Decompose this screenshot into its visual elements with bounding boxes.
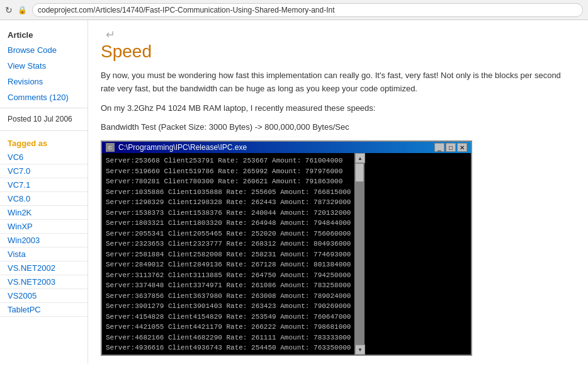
sidebar-tag-vsnet2003[interactable]: VS.NET2003 <box>0 275 88 289</box>
terminal-line: Server:780281 Client780300 Rate: 260621 … <box>106 176 351 187</box>
main-content: ↵ Speed By now, you must be wondering ho… <box>88 20 588 363</box>
lock-icon: 🔒 <box>18 6 27 14</box>
terminal-window: C C:\Programming\IPC\Release\IPC.exe _ □… <box>101 140 472 356</box>
terminal-maximize-button[interactable]: □ <box>446 143 456 152</box>
terminal-line: Server:3901279 Client3901403 Rate: 26342… <box>106 301 351 312</box>
terminal-line: Server:2849012 Client2849136 Rate: 26712… <box>106 260 351 270</box>
scrollbar-thumb[interactable] <box>355 163 364 182</box>
sidebar-link-revisions[interactable]: Revisions <box>0 74 88 89</box>
content-para1: By now, you must be wondering how fast t… <box>101 69 575 96</box>
content-para2: On my 3.2Ghz P4 1024 MB RAM laptop, I re… <box>101 102 575 115</box>
sidebar-tag-vs2005[interactable]: VS2005 <box>0 289 88 303</box>
sidebar-article-title: Article <box>0 25 88 42</box>
sidebar-tag-vsnet2002[interactable]: VS.NET2002 <box>0 261 88 275</box>
sidebar-link-view-stats[interactable]: View Stats <box>0 58 88 74</box>
sidebar-tag-vc70[interactable]: VC7.0 <box>0 164 88 178</box>
terminal-line: Server:1538373 Client1538376 Rate: 24004… <box>106 208 351 219</box>
terminal-line: Server:2581884 Client2582008 Rate: 25823… <box>106 249 351 260</box>
address-bar[interactable] <box>32 3 583 17</box>
terminal-line: Server:2323653 Client2323777 Rate: 26831… <box>106 239 351 249</box>
sidebar-tag-tabletpc[interactable]: TabletPC <box>0 303 88 317</box>
terminal-body: Server:253668 Client253791 Rate: 253667 … <box>102 153 354 355</box>
terminal-icon: C <box>106 143 115 152</box>
sidebar-tag-win2k[interactable]: Win2K <box>0 206 88 220</box>
sidebar-tag-winxp[interactable]: WinXP <box>0 220 88 234</box>
sidebar-tag-vista[interactable]: Vista <box>0 248 88 261</box>
terminal-scrollbar[interactable]: ▲ ▼ <box>354 153 365 355</box>
page-heading: Speed <box>101 42 575 62</box>
scrollbar-up-button[interactable]: ▲ <box>355 153 365 163</box>
terminal-line: Server:519660 Client519786 Rate: 265992 … <box>106 166 351 177</box>
terminal-line: Server:4682166 Client4682290 Rate: 26111… <box>106 333 351 343</box>
terminal-line: Server:3374848 Client3374971 Rate: 26108… <box>106 280 351 291</box>
terminal-line: Server:1035886 Client1035888 Rate: 25560… <box>106 187 351 198</box>
terminal-line: Server:5203668 Client5203791 Rate: 26705… <box>106 353 351 355</box>
sidebar-tag-vc71[interactable]: VC7.1 <box>0 178 88 192</box>
sidebar-link-browse-code[interactable]: Browse Code <box>0 42 88 58</box>
terminal-line: Server:1298329 Client1298328 Rate: 26244… <box>106 197 351 208</box>
scrollbar-down-button[interactable]: ▼ <box>355 345 365 355</box>
sidebar-tag-vc6[interactable]: VC6 <box>0 151 88 164</box>
terminal-line: Server:2055341 Client2055465 Rate: 25202… <box>106 229 351 239</box>
terminal-line: Server:4936616 Client4936743 Rate: 25445… <box>106 343 351 353</box>
sidebar-tag-vc80[interactable]: VC8.0 <box>0 192 88 206</box>
scrollbar-track[interactable] <box>355 163 365 345</box>
terminal-line: Server:4421055 Client4421179 Rate: 26622… <box>106 322 351 333</box>
browser-bar: ↻ 🔒 <box>0 0 588 20</box>
terminal-line: Server:253668 Client253791 Rate: 253667 … <box>106 156 351 166</box>
sidebar-tag-win2003[interactable]: Win2003 <box>0 234 88 248</box>
terminal-controls[interactable]: _ □ ✕ <box>434 143 467 152</box>
sidebar-link-comments[interactable]: Comments (120) <box>0 89 88 105</box>
terminal-titlebar: C C:\Programming\IPC\Release\IPC.exe _ □… <box>102 142 471 153</box>
back-arrow-icon: ↵ <box>106 28 115 42</box>
terminal-line: Server:4154828 Client4154829 Rate: 25354… <box>106 312 351 322</box>
terminal-line: Server:1803321 Client1803320 Rate: 26494… <box>106 218 351 229</box>
sidebar: Article Browse Code View Stats Revisions… <box>0 20 88 363</box>
bandwidth-text: Bandwidth Test (Packet Size: 3000 Bytes)… <box>101 121 575 134</box>
terminal-close-button[interactable]: ✕ <box>457 143 467 152</box>
sidebar-tagged-label: Tagged as <box>0 134 88 151</box>
sidebar-posted: Posted 10 Jul 2006 <box>0 111 88 128</box>
terminal-title: C:\Programming\IPC\Release\IPC.exe <box>118 143 247 152</box>
reload-icon[interactable]: ↻ <box>5 5 13 15</box>
terminal-line: Server:3637856 Client3637980 Rate: 26300… <box>106 291 351 302</box>
terminal-line: Server:3113762 Client3113885 Rate: 26475… <box>106 270 351 281</box>
terminal-minimize-button[interactable]: _ <box>434 143 444 152</box>
